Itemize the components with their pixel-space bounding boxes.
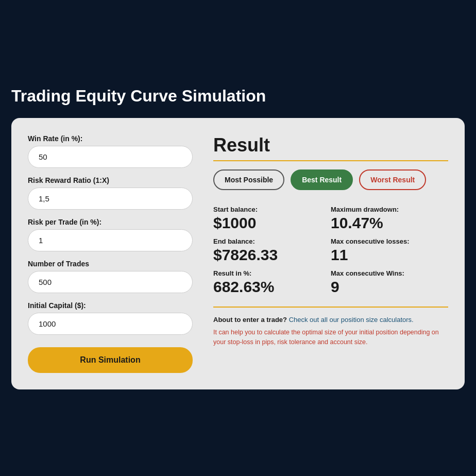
num-trades-label: Number of Trades xyxy=(28,260,193,268)
stat-max-consec-losses: Max consecutive losses: 11 xyxy=(331,234,448,266)
stat-end-balance-label: End balance: xyxy=(213,237,331,245)
stats-grid: Start balance: $1000 Maximum drawdown: 1… xyxy=(213,202,448,298)
tab-most-possible[interactable]: Most Possible xyxy=(213,169,284,190)
stat-start-balance-label: Start balance: xyxy=(213,206,331,213)
page-title: Trading Equity Curve Simulation xyxy=(11,87,465,106)
tab-worst-result[interactable]: Worst Result xyxy=(359,169,426,190)
tab-row: Most Possible Best Result Worst Result xyxy=(213,169,448,190)
initial-capital-label: Initial Capital ($): xyxy=(28,301,193,310)
stat-max-drawdown: Maximum drawdown: 10.47% xyxy=(331,202,448,234)
about-prefix: About to enter a trade? xyxy=(213,316,287,324)
stat-start-balance: Start balance: $1000 xyxy=(213,202,331,234)
stat-max-consec-losses-label: Max consecutive losses: xyxy=(331,237,448,245)
stat-max-drawdown-label: Maximum drawdown: xyxy=(331,206,448,213)
win-rate-label: Win Rate (in %): xyxy=(28,134,193,143)
risk-reward-field-group: Risk Reward Ratio (1:X) xyxy=(28,176,193,210)
tab-best-result[interactable]: Best Result xyxy=(291,169,353,190)
stat-start-balance-value: $1000 xyxy=(213,214,331,231)
risk-per-trade-label: Risk per Trade (in %): xyxy=(28,218,193,226)
num-trades-input[interactable] xyxy=(28,271,193,293)
risk-per-trade-input[interactable] xyxy=(28,229,193,251)
risk-per-trade-field-group: Risk per Trade (in %): xyxy=(28,218,193,251)
run-simulation-button[interactable]: Run Simulation xyxy=(28,347,193,373)
about-section: About to enter a trade? Check out all ou… xyxy=(213,315,448,347)
main-card: Win Rate (in %): Risk Reward Ratio (1:X)… xyxy=(11,118,465,389)
risk-reward-label: Risk Reward Ratio (1:X) xyxy=(28,176,193,184)
stat-result-pct-label: Result in %: xyxy=(213,269,331,277)
about-link[interactable]: Check out all our position size calculat… xyxy=(289,316,414,324)
initial-capital-field-group: Initial Capital ($): xyxy=(28,301,193,335)
num-trades-field-group: Number of Trades xyxy=(28,260,193,293)
stat-result-pct: Result in %: 682.63% xyxy=(213,266,331,298)
stat-max-consec-wins: Max consecutive Wins: 9 xyxy=(331,266,448,298)
stat-end-balance-value: $7826.33 xyxy=(213,246,331,263)
stat-result-pct-value: 682.63% xyxy=(213,278,331,295)
stat-max-consec-losses-value: 11 xyxy=(331,246,448,263)
stat-max-consec-wins-label: Max consecutive Wins: xyxy=(331,269,448,277)
stat-max-drawdown-value: 10.47% xyxy=(331,214,448,231)
result-title: Result xyxy=(213,134,448,156)
bottom-divider xyxy=(213,307,448,308)
risk-reward-input[interactable] xyxy=(28,188,193,210)
top-divider xyxy=(213,160,448,161)
win-rate-input[interactable] xyxy=(28,146,193,168)
win-rate-field-group: Win Rate (in %): xyxy=(28,134,193,168)
initial-capital-input[interactable] xyxy=(28,313,193,335)
left-panel: Win Rate (in %): Risk Reward Ratio (1:X)… xyxy=(28,134,193,373)
stat-max-consec-wins-value: 9 xyxy=(331,278,448,295)
about-sub-text: It can help you to calculate the optimal… xyxy=(213,328,448,347)
right-panel: Result Most Possible Best Result Worst R… xyxy=(213,134,448,373)
stat-end-balance: End balance: $7826.33 xyxy=(213,234,331,266)
